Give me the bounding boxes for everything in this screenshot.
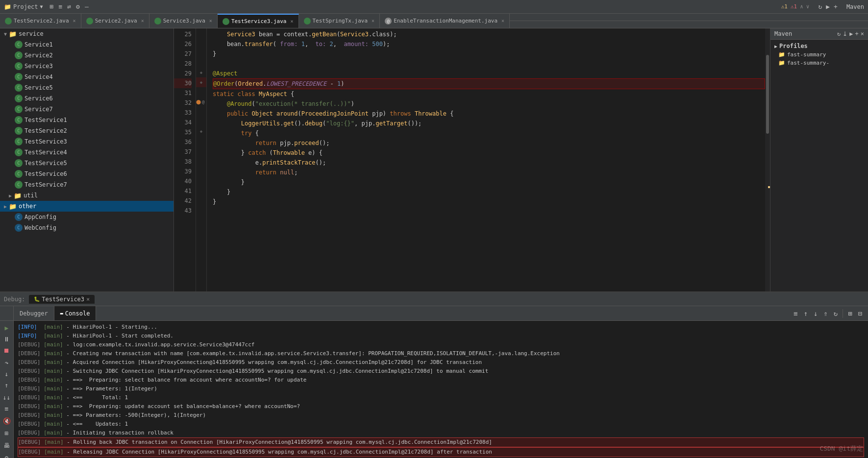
structure-icon[interactable]: ⊞ bbox=[49, 2, 55, 11]
log-level-11: [DEBUG] bbox=[18, 412, 40, 418]
tree-label-service: service bbox=[19, 30, 44, 37]
tab-service3[interactable]: Service3.java × bbox=[149, 14, 218, 28]
maven-profile-fast-summary[interactable]: 📁 fast-summary bbox=[770, 50, 868, 59]
tree-item-service7[interactable]: C Service7 bbox=[0, 104, 174, 115]
debug-pause-icon[interactable]: ⏸ bbox=[2, 334, 11, 344]
debug-restore-icon[interactable]: ⊞ bbox=[3, 428, 10, 438]
add-icon[interactable]: + bbox=[833, 2, 839, 11]
console-up2-icon[interactable]: ⇑ bbox=[821, 309, 829, 318]
tree-item-testservice5[interactable]: C TestService5 bbox=[0, 158, 174, 169]
maven-download-icon[interactable]: ⤓ bbox=[843, 30, 847, 37]
debug-run-cursor-icon[interactable]: ↓↓ bbox=[1, 392, 12, 403]
build-icon[interactable]: ▶ bbox=[825, 2, 831, 11]
tab-label-console: Console bbox=[65, 310, 90, 317]
ln-35: 35 bbox=[174, 127, 192, 137]
tree-item-service2[interactable]: C Service2 bbox=[0, 50, 174, 61]
debug-stepover-icon[interactable]: ↷ bbox=[3, 358, 10, 368]
debug-settings2-icon[interactable]: ⚙ bbox=[3, 453, 10, 458]
tab-close-testservice2[interactable]: × bbox=[73, 18, 76, 24]
debug-session-label: Debug: bbox=[0, 296, 29, 303]
debug-stepinto-icon[interactable]: ↓ bbox=[3, 369, 10, 379]
maven-execute-icon[interactable]: ▶ bbox=[849, 30, 853, 37]
code-content: 25 26 27 28 29 30 31 32 33 34 35 36 37 3… bbox=[174, 28, 770, 291]
refresh-icon[interactable]: ↻ bbox=[817, 2, 823, 11]
log-text-6: - Switching JDBC Connection [HikariProxy… bbox=[63, 368, 489, 374]
project-dropdown-icon[interactable]: ▼ bbox=[40, 4, 43, 9]
class-icon-testservice2: C bbox=[15, 127, 23, 135]
code-line-25: Service3 bean = context.getBean(Service3… bbox=[213, 29, 765, 39]
tree-item-testservice7[interactable]: C TestService7 bbox=[0, 179, 174, 190]
tree-item-service4[interactable]: C Service4 bbox=[0, 72, 174, 82]
settings-icon[interactable]: ⚙ bbox=[75, 2, 81, 11]
tree-item-testservice6[interactable]: C TestService6 bbox=[0, 169, 174, 179]
tree-item-appconfig[interactable]: C AppConfig bbox=[0, 212, 174, 222]
console-filter-icon[interactable]: ⊞ bbox=[846, 309, 854, 318]
tab-testspringtx[interactable]: TestSpringTx.java × bbox=[299, 14, 380, 28]
tree-item-service-folder[interactable]: ▼ 📁 service bbox=[0, 28, 174, 39]
debug-resume-icon[interactable]: ▶ bbox=[3, 323, 10, 333]
ln-28: 28 bbox=[174, 59, 192, 69]
nav-down[interactable]: ∨ bbox=[806, 3, 810, 10]
class-icon-webconfig: C bbox=[15, 224, 23, 232]
console-wrap-icon[interactable]: ≡ bbox=[792, 309, 799, 318]
debug-stop-icon[interactable]: ⏹ bbox=[2, 345, 11, 356]
folder-icon-service: 📁 bbox=[9, 30, 17, 38]
tree-item-testservice3[interactable]: C TestService3 bbox=[0, 136, 174, 147]
tree-item-service5[interactable]: C Service5 bbox=[0, 82, 174, 93]
gutter-mark-29: ◆ bbox=[200, 70, 202, 75]
tree-item-service3[interactable]: C Service3 bbox=[0, 61, 174, 72]
ln-36: 36 bbox=[174, 137, 192, 147]
editor-scrollbar[interactable] bbox=[765, 28, 770, 291]
tab-console[interactable]: ▬ Console bbox=[54, 306, 97, 320]
debug-close-btn[interactable]: × bbox=[86, 296, 90, 303]
tree-item-service6[interactable]: C Service6 bbox=[0, 93, 174, 104]
tab-service2[interactable]: Service2.java × bbox=[81, 14, 149, 28]
tab-testservice2[interactable]: TestService2.java × bbox=[0, 14, 81, 28]
warning-count[interactable]: ⚠1 bbox=[781, 3, 788, 10]
debug-mute-icon[interactable]: 🔇 bbox=[1, 416, 12, 426]
maven-profile-fast-summary-2[interactable]: 📁 fast-summary- bbox=[770, 59, 868, 67]
console-up-icon[interactable]: ↑ bbox=[801, 309, 809, 318]
align-icon[interactable]: ≡ bbox=[57, 2, 63, 11]
ln-27: 27 bbox=[174, 49, 192, 59]
maven-refresh-icon[interactable]: ↻ bbox=[837, 30, 841, 37]
debug-session-tab[interactable]: 🐛 TestService3 × bbox=[29, 295, 95, 304]
minimize-icon[interactable]: — bbox=[84, 2, 90, 11]
editor-scrollbar-thumb[interactable] bbox=[766, 55, 769, 134]
ln-32: 32 bbox=[174, 98, 192, 108]
console-down-icon[interactable]: ↓ bbox=[812, 309, 819, 318]
diff-icon[interactable]: ⇄ bbox=[66, 2, 72, 11]
console-settings-icon[interactable]: ⊟ bbox=[856, 309, 864, 318]
gutter-mark-35: ◆ bbox=[200, 129, 202, 134]
tab-close-enabletransaction[interactable]: × bbox=[501, 18, 504, 24]
tab-enabletransaction[interactable]: @ EnableTransactionManagement.java × bbox=[380, 14, 510, 28]
tab-close-testspringtx[interactable]: × bbox=[372, 18, 374, 24]
tab-close-testservice3[interactable]: × bbox=[290, 19, 293, 24]
debug-stepout-icon[interactable]: ↑ bbox=[3, 380, 10, 390]
debug-eval-icon[interactable]: ≡ bbox=[3, 404, 10, 414]
tree-item-testservice1[interactable]: C TestService1 bbox=[0, 115, 174, 125]
project-label[interactable]: 📁 Project ▼ bbox=[4, 3, 43, 10]
maven-profiles-header[interactable]: ▶ Profiles bbox=[770, 42, 868, 50]
maven-header-left: Maven bbox=[774, 30, 792, 37]
error-count[interactable]: ⚠1 bbox=[791, 3, 797, 10]
tree-item-util-folder[interactable]: ▶ 📁 util bbox=[0, 190, 174, 201]
maven-close-icon[interactable]: × bbox=[861, 30, 864, 37]
nav-up[interactable]: ∧ bbox=[800, 3, 803, 10]
maven-add-icon[interactable]: + bbox=[855, 30, 859, 37]
tree-item-testservice4[interactable]: C TestService4 bbox=[0, 147, 174, 158]
tab-testservice3[interactable]: TestService3.java × bbox=[218, 14, 299, 28]
profiles-expand-icon: ▶ bbox=[774, 44, 777, 49]
tab-close-service3[interactable]: × bbox=[209, 18, 212, 24]
log-level-14: [DEBUG] bbox=[18, 439, 41, 445]
tab-close-service2[interactable]: × bbox=[141, 18, 144, 24]
tab-debugger[interactable]: Debugger bbox=[14, 306, 54, 320]
tree-item-testservice2[interactable]: C TestService2 bbox=[0, 125, 174, 136]
code-editor[interactable]: Service3 bean = context.getBean(Service3… bbox=[207, 28, 765, 291]
tree-label-service6: Service6 bbox=[25, 95, 53, 102]
tree-item-service1[interactable]: C Service1 bbox=[0, 39, 174, 50]
debug-print-icon[interactable]: 🖶 bbox=[2, 440, 11, 451]
tree-item-webconfig[interactable]: C WebConfig bbox=[0, 222, 174, 233]
tree-item-other-folder[interactable]: ▶ 📁 other bbox=[0, 201, 174, 212]
console-nav-icon[interactable]: ↻ bbox=[832, 309, 840, 318]
